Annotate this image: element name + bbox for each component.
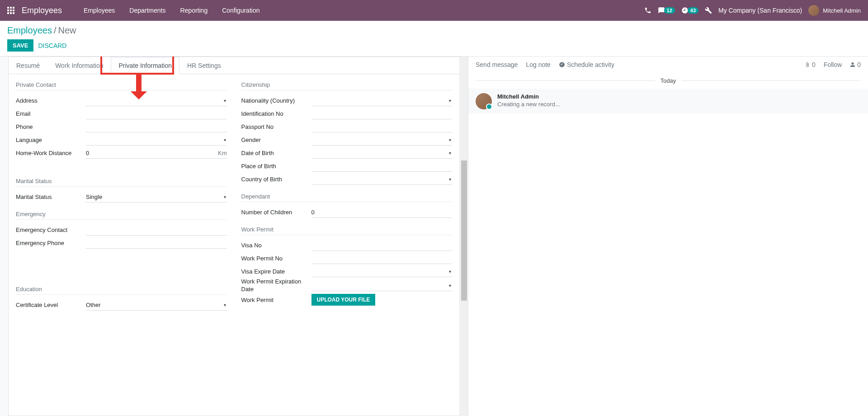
identification-no-field[interactable] <box>311 109 453 119</box>
citizenship-section: Citizenship <box>241 81 453 90</box>
schedule-activity-button[interactable]: Schedule activity <box>559 61 614 68</box>
phone-icon[interactable] <box>644 7 651 14</box>
form-tabs: Resumé Work Information Private Informat… <box>9 57 459 74</box>
visa-no-field[interactable] <box>311 240 453 251</box>
gender-label: Gender <box>241 137 311 143</box>
km-suffix: Km <box>218 150 227 156</box>
emergency-phone-field[interactable] <box>86 238 227 249</box>
user-icon <box>850 62 855 67</box>
home-work-distance-field[interactable]: 0Km <box>86 148 227 159</box>
identification-no-label: Identification No <box>241 110 311 117</box>
chevron-down-icon: ▾ <box>224 137 226 142</box>
chevron-down-icon: ▾ <box>224 194 226 199</box>
gender-field[interactable]: ▾ <box>311 135 453 146</box>
clock-icon <box>559 61 565 68</box>
chevron-down-icon: ▾ <box>449 151 451 156</box>
country-of-birth-label: Country of Birth <box>241 176 311 183</box>
work-permit-expiration-date-label: Work Permit Expiration Date <box>241 278 311 293</box>
nationality-label: Nationality (Country) <box>241 97 311 104</box>
passport-no-label: Passport No <box>241 123 311 130</box>
emergency-section: Emergency <box>16 211 227 220</box>
user-name: Mitchell Admin <box>823 7 861 14</box>
tab-private-information[interactable]: Private Information <box>111 57 179 74</box>
paperclip-icon <box>805 62 810 67</box>
visa-no-label: Visa No <box>241 242 311 249</box>
work-permit-section: Work Permit <box>241 226 453 235</box>
company-selector[interactable]: My Company (San Francisco) <box>718 7 802 14</box>
log-note-button[interactable]: Log note <box>526 61 551 68</box>
tab-work-information[interactable]: Work Information <box>47 57 111 74</box>
place-of-birth-field[interactable] <box>311 161 453 172</box>
home-work-distance-label: Home-Work Distance <box>16 150 86 156</box>
certificate-level-field[interactable]: Other▾ <box>86 300 227 311</box>
address-label: Address <box>16 97 86 104</box>
upload-file-button[interactable]: UPLOAD YOUR FILE <box>311 294 376 306</box>
chevron-down-icon: ▾ <box>449 177 451 182</box>
country-of-birth-field[interactable]: ▾ <box>311 174 453 185</box>
tab-hr-settings[interactable]: HR Settings <box>179 57 229 74</box>
email-label: Email <box>16 110 86 117</box>
place-of-birth-label: Place of Birth <box>241 163 311 170</box>
breadcrumb-current: New <box>58 25 76 35</box>
phone-field[interactable] <box>86 122 227 132</box>
user-menu[interactable]: Mitchell Admin <box>808 5 861 16</box>
marital-status-section: Marital Status <box>16 178 227 187</box>
date-of-birth-label: Date of Birth <box>241 150 311 156</box>
message-text: Creating a new record... <box>497 101 560 108</box>
chat-icon[interactable]: 12 <box>658 7 675 14</box>
emergency-phone-label: Emergency Phone <box>16 240 86 246</box>
nationality-field[interactable]: ▾ <box>311 95 453 106</box>
chatter-message: Mitchell Admin Creating a new record... <box>468 89 868 114</box>
private-contact-section: Private Contact <box>16 81 227 90</box>
language-field[interactable]: ▾ <box>86 135 227 146</box>
discard-button[interactable]: DISCARD <box>38 42 66 49</box>
clock-icon[interactable]: 43 <box>681 7 698 14</box>
address-field[interactable]: ▾ <box>86 95 227 106</box>
certificate-level-label: Certificate Level <box>16 302 86 308</box>
breadcrumb-root[interactable]: Employees <box>7 25 52 35</box>
email-field[interactable] <box>86 109 227 119</box>
number-of-children-field[interactable]: 0 <box>311 207 453 218</box>
wrench-icon[interactable] <box>705 7 712 14</box>
chevron-down-icon: ▾ <box>224 302 226 307</box>
nav-employees[interactable]: Employees <box>76 1 122 19</box>
save-button[interactable]: SAVE <box>7 39 33 52</box>
visa-expire-date-field[interactable]: ▾ <box>311 266 453 277</box>
follow-button[interactable]: Follow <box>824 61 842 68</box>
chevron-down-icon: ▾ <box>449 98 451 103</box>
work-permit-label: Work Permit <box>241 297 311 303</box>
language-label: Language <box>16 137 86 143</box>
date-of-birth-field[interactable]: ▾ <box>311 148 453 159</box>
scrollbar-thumb[interactable] <box>461 160 467 301</box>
clock-badge: 43 <box>688 7 698 14</box>
attachment-count[interactable]: 0 <box>805 61 816 68</box>
number-of-children-label: Number of Children <box>241 209 311 216</box>
education-section: Education <box>16 286 227 295</box>
avatar <box>808 5 819 16</box>
marital-status-label: Marital Status <box>16 193 86 200</box>
message-author: Mitchell Admin <box>497 93 560 100</box>
nav-configuration[interactable]: Configuration <box>215 1 267 19</box>
follower-count[interactable]: 0 <box>850 61 861 68</box>
chevron-down-icon: ▾ <box>449 137 451 142</box>
tab-resume[interactable]: Resumé <box>9 57 47 74</box>
work-permit-no-field[interactable] <box>311 253 453 264</box>
chevron-down-icon: ▾ <box>224 98 226 103</box>
app-brand[interactable]: Employees <box>22 6 62 15</box>
top-navbar: Employees Employees Departments Reportin… <box>0 0 868 21</box>
send-message-button[interactable]: Send message <box>476 61 518 68</box>
passport-no-field[interactable] <box>311 122 453 132</box>
work-permit-expiration-date-field[interactable]: ▾ <box>311 280 453 291</box>
emergency-contact-field[interactable] <box>86 225 227 236</box>
chevron-down-icon: ▾ <box>449 269 451 274</box>
message-avatar <box>476 93 492 109</box>
apps-menu-icon[interactable] <box>7 7 14 14</box>
form-view: Resumé Work Information Private Informat… <box>0 57 468 416</box>
chatter-panel: Send message Log note Schedule activity … <box>468 57 868 416</box>
visa-expire-date-label: Visa Expire Date <box>241 268 311 275</box>
breadcrumb: Employees/New <box>7 25 861 36</box>
marital-status-field[interactable]: Single▾ <box>86 192 227 203</box>
nav-reporting[interactable]: Reporting <box>173 1 215 19</box>
nav-departments[interactable]: Departments <box>122 1 173 19</box>
phone-label: Phone <box>16 123 86 130</box>
